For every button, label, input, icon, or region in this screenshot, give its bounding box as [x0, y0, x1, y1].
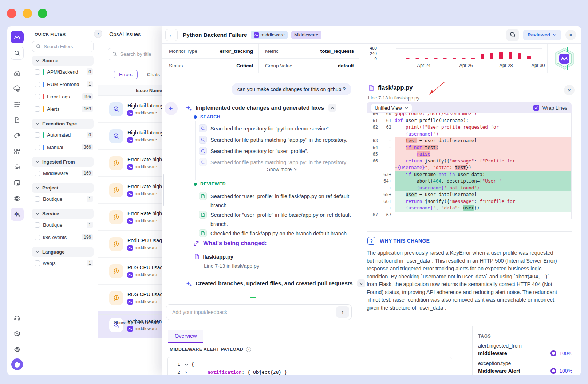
show-more-button[interactable]: Show more: [267, 166, 297, 172]
issue-source-badge: middleware|: [127, 245, 165, 251]
view-mode-dropdown[interactable]: Unified View: [371, 104, 412, 112]
alert-payload-json[interactable]: 1{2› notification : { Object{28} }: [167, 357, 452, 375]
diff-code-line: 6868@app.route('/process', methods=['POS…: [367, 218, 571, 219]
chat-scrollbar[interactable]: [163, 174, 164, 206]
close-detail-icon[interactable]: ×: [565, 30, 576, 40]
feedback-input[interactable]: Add your input/feedback ↑: [166, 304, 352, 320]
issue-row-body: High tail latencymiddleware|: [127, 130, 163, 143]
info-icon[interactable]: i: [246, 347, 251, 352]
window-minimize-button[interactable]: [23, 9, 32, 18]
middleware-logo[interactable]: [11, 31, 24, 43]
x-axis-label: Apr 24: [415, 63, 433, 68]
reviewed-step-dot: [194, 183, 197, 186]
support-headset-icon[interactable]: [11, 311, 24, 325]
filter-item-boutique[interactable]: Boutique1: [27, 193, 98, 205]
checkbox[interactable]: [35, 69, 40, 75]
implemented-changes-title: Implemented code changes and generated f…: [196, 105, 324, 111]
checkbox[interactable]: [35, 260, 40, 266]
back-button[interactable]: ←: [165, 29, 178, 41]
reviewed-step-label: REVIEWED: [200, 181, 226, 187]
created-branches-title: Created branches, updated files, and cre…: [196, 280, 353, 287]
close-diff-icon[interactable]: ×: [564, 85, 575, 95]
user-avatar[interactable]: [11, 358, 23, 370]
chart-bar: [490, 53, 493, 59]
filter-item-rum-frontend[interactable]: RUM Frontend1: [27, 78, 98, 90]
rum-icon[interactable]: [11, 176, 24, 189]
chip-middleware-source[interactable]: middleware: [251, 31, 288, 39]
checkbox[interactable]: [35, 196, 40, 202]
home-icon[interactable]: [11, 67, 24, 80]
filter-item-error-logs[interactable]: Error Logs196: [27, 90, 98, 103]
filter-item-count: 169: [82, 170, 93, 176]
opsai-sparkle-icon[interactable]: [11, 208, 24, 221]
processor-icon[interactable]: [11, 192, 24, 205]
search-icon: [199, 158, 207, 166]
opsai-chat-thread[interactable]: can you make code changes for this on gi…: [162, 73, 367, 326]
filter-section-header[interactable]: Project: [32, 183, 94, 193]
dashboards-icon[interactable]: [11, 145, 24, 158]
window-close-button[interactable]: [7, 9, 16, 18]
filter-item-boutique[interactable]: Boutique1: [27, 219, 98, 231]
chevron-down-icon: [294, 168, 297, 171]
copy-icon[interactable]: [506, 29, 519, 41]
filter-section-header[interactable]: Ingested From: [32, 157, 94, 167]
monitor-type-label: Monitor Type: [169, 48, 197, 54]
tab-errors[interactable]: Errors: [114, 70, 138, 79]
filter-item-alerts[interactable]: Alerts169: [27, 103, 98, 115]
settings-gear-icon[interactable]: [11, 343, 24, 356]
json-line: 2› notification : { Object{28} }: [168, 368, 452, 375]
changed-file-name[interactable]: flask/app.py: [203, 254, 233, 260]
chart-bar: [518, 53, 521, 59]
send-button[interactable]: ↑: [336, 306, 349, 318]
checkbox[interactable]: [35, 222, 40, 228]
chip-middleware-tag[interactable]: Middleware: [291, 31, 321, 39]
search-icon: [112, 51, 117, 57]
chart-bar: [453, 58, 456, 59]
filter-item-automated[interactable]: Automated0: [27, 129, 98, 141]
group-value-value: default: [338, 63, 354, 68]
package-icon[interactable]: [11, 327, 24, 340]
checkbox[interactable]: [35, 171, 40, 176]
y-axis-tick: 480: [362, 46, 377, 50]
filter-section-header[interactable]: Source: [32, 56, 94, 66]
filter-section-header[interactable]: Service: [32, 209, 94, 219]
filter-item-label: Boutique: [43, 196, 84, 202]
file-icon: [368, 85, 375, 91]
checkbox[interactable]: [35, 235, 40, 240]
filter-item-middleware[interactable]: Middleware169: [27, 167, 98, 179]
filter-item-k8s-events[interactable]: k8s-events196: [27, 231, 98, 243]
expand-block-button[interactable]: [357, 279, 365, 287]
checkbox[interactable]: [35, 94, 40, 99]
issue-title: RDS CPU usage: [127, 291, 166, 297]
bot-icon[interactable]: [11, 161, 24, 174]
changed-file-lines: Line 7-13 in flask/app.py: [204, 263, 259, 269]
filter-item-apm-backend[interactable]: APM/Backend0: [27, 66, 98, 78]
filter-item-label: Manual: [47, 145, 79, 150]
wrap-lines-checkbox[interactable]: [533, 105, 539, 111]
logs-icon[interactable]: [11, 98, 24, 111]
collapse-block-button[interactable]: [328, 104, 336, 112]
collapse-panel-button[interactable]: ‹: [94, 30, 102, 38]
window-maximize-button[interactable]: [38, 9, 47, 18]
review-status-dropdown[interactable]: Reviewed: [523, 30, 561, 40]
filter-section-header[interactable]: Execution Type: [32, 119, 94, 129]
filter-item-webjs[interactable]: webjs1: [27, 257, 98, 269]
checkbox[interactable]: [35, 145, 40, 150]
warning-issue-icon: [109, 210, 123, 224]
checkbox[interactable]: [35, 106, 40, 112]
filter-item-manual[interactable]: Manual366: [27, 141, 98, 153]
document-icon[interactable]: [11, 114, 24, 127]
tab-overview[interactable]: Overview: [168, 330, 203, 343]
filter-item-count: 1: [87, 81, 93, 87]
search-icon[interactable]: [11, 47, 24, 60]
alerts-bell-icon[interactable]: [11, 129, 24, 142]
filter-section-header[interactable]: Language: [32, 247, 94, 257]
diff-code-view[interactable]: 6060@app.route('/user/<username>')6161de…: [367, 113, 572, 219]
checkbox[interactable]: [35, 132, 40, 138]
warning-issue-icon: [109, 291, 123, 305]
infrastructure-icon[interactable]: [11, 82, 24, 95]
checkbox[interactable]: [35, 82, 40, 87]
sparkle-icon: [185, 280, 193, 287]
filter-search-input[interactable]: Search Filters: [32, 41, 94, 52]
tab-chats[interactable]: Chats: [147, 72, 160, 77]
